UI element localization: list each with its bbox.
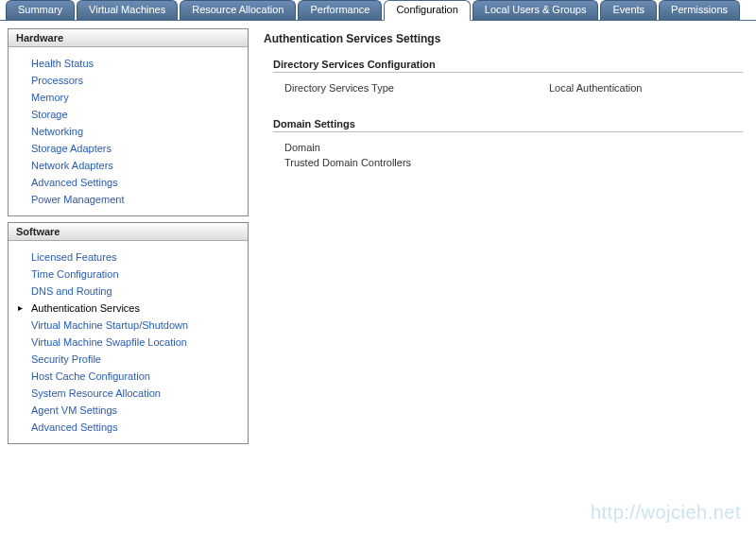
- nav-vm-startup-shutdown[interactable]: Virtual Machine Startup/Shutdown: [31, 317, 242, 334]
- label-domain: Domain: [284, 142, 549, 153]
- section-header-domain-settings: Domain Settings: [273, 118, 743, 132]
- tab-events[interactable]: Events: [600, 0, 657, 20]
- watermark: http://wojcieh.net: [591, 502, 741, 524]
- row-directory-services-type: Directory Services Type Local Authentica…: [264, 80, 743, 95]
- tab-bar: Summary Virtual Machines Resource Alloca…: [0, 0, 756, 21]
- content-title: Authentication Services Settings: [264, 32, 743, 45]
- section-header-directory-services: Directory Services Configuration: [273, 59, 743, 73]
- main-area: Hardware Health Status Processors Memory…: [0, 21, 756, 457]
- nav-hw-advanced-settings[interactable]: Advanced Settings: [31, 174, 242, 191]
- content-area: Authentication Services Settings Directo…: [258, 28, 748, 450]
- nav-host-cache-configuration[interactable]: Host Cache Configuration: [31, 368, 242, 385]
- label-trusted-domain-controllers: Trusted Domain Controllers: [284, 157, 549, 168]
- label-directory-services-type: Directory Services Type: [284, 82, 549, 94]
- nav-agent-vm-settings[interactable]: Agent VM Settings: [31, 402, 242, 419]
- row-trusted-domain-controllers: Trusted Domain Controllers: [264, 155, 743, 170]
- value-trusted-domain-controllers: [549, 157, 743, 168]
- row-domain: Domain: [264, 140, 743, 155]
- tab-configuration[interactable]: Configuration: [384, 0, 470, 21]
- nav-system-resource-allocation[interactable]: System Resource Allocation: [31, 385, 242, 402]
- software-panel-body: Licensed Features Time Configuration DNS…: [9, 241, 248, 443]
- nav-authentication-services[interactable]: Authentication Services: [31, 300, 242, 317]
- nav-security-profile[interactable]: Security Profile: [31, 351, 242, 368]
- nav-time-configuration[interactable]: Time Configuration: [31, 266, 242, 283]
- nav-licensed-features[interactable]: Licensed Features: [31, 249, 242, 266]
- tab-summary[interactable]: Summary: [6, 0, 75, 20]
- tab-performance[interactable]: Performance: [298, 0, 382, 20]
- nav-sw-advanced-settings[interactable]: Advanced Settings: [31, 419, 242, 436]
- tab-resource-allocation[interactable]: Resource Allocation: [180, 0, 296, 20]
- nav-power-management[interactable]: Power Management: [31, 191, 242, 208]
- tab-virtual-machines[interactable]: Virtual Machines: [77, 0, 178, 20]
- nav-memory[interactable]: Memory: [31, 89, 242, 106]
- nav-storage-adapters[interactable]: Storage Adapters: [31, 140, 242, 157]
- software-panel: Software Licensed Features Time Configur…: [8, 222, 249, 444]
- nav-processors[interactable]: Processors: [31, 72, 242, 89]
- tab-local-users-groups[interactable]: Local Users & Groups: [472, 0, 599, 20]
- nav-networking[interactable]: Networking: [31, 123, 242, 140]
- nav-dns-routing[interactable]: DNS and Routing: [31, 283, 242, 300]
- hardware-panel-body: Health Status Processors Memory Storage …: [9, 47, 248, 215]
- sidebar: Hardware Health Status Processors Memory…: [8, 28, 249, 450]
- nav-storage[interactable]: Storage: [31, 106, 242, 123]
- value-directory-services-type: Local Authentication: [549, 82, 743, 94]
- nav-health-status[interactable]: Health Status: [31, 55, 242, 72]
- nav-network-adapters[interactable]: Network Adapters: [31, 157, 242, 174]
- software-panel-header: Software: [9, 223, 248, 241]
- hardware-panel: Hardware Health Status Processors Memory…: [8, 28, 249, 216]
- tab-permissions[interactable]: Permissions: [659, 0, 740, 20]
- hardware-panel-header: Hardware: [9, 29, 248, 47]
- value-domain: [549, 142, 743, 153]
- nav-vm-swapfile-location[interactable]: Virtual Machine Swapfile Location: [31, 334, 242, 351]
